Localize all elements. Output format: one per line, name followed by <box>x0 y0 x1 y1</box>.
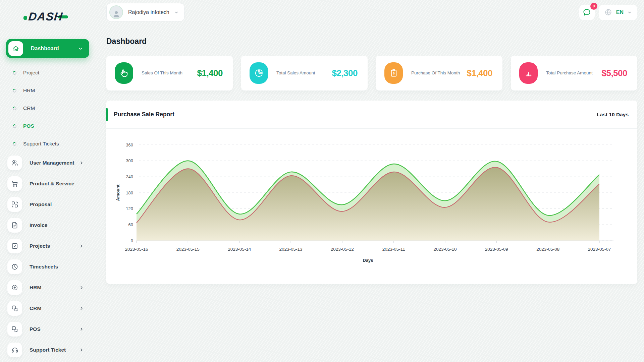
chevron-right-icon <box>79 306 84 311</box>
svg-text:60: 60 <box>128 222 133 227</box>
sidebar-item-user-management[interactable]: User Management <box>0 156 94 170</box>
sidebar-subitem-label: CRM <box>23 105 35 111</box>
dashed-circle-icon <box>7 280 22 295</box>
sidebar-item-product-service[interactable]: Product & Service <box>0 176 94 191</box>
svg-text:2023-05-07: 2023-05-07 <box>588 247 611 252</box>
ring-bullet-icon <box>12 142 17 146</box>
boxes-icon <box>7 322 22 337</box>
stat-card-label: Total Sales Amount <box>276 70 332 76</box>
sidebar-main-menu: User ManagementProduct & ServiceProposal… <box>0 156 94 362</box>
sidebar-subitem-crm[interactable]: CRM <box>0 102 94 115</box>
chart-canvas: 0601201802403003602023-05-162023-05-1520… <box>114 139 627 268</box>
sidebar-subitem-label: HRM <box>23 87 35 94</box>
language-code: EN <box>616 9 624 15</box>
sidebar-subitem-project[interactable]: Project <box>0 66 94 79</box>
svg-text:120: 120 <box>126 206 133 211</box>
svg-text:2023-05-16: 2023-05-16 <box>125 247 148 252</box>
clock-icon <box>7 259 22 274</box>
sidebar-item-pos[interactable]: POS <box>0 322 94 337</box>
sidebar-item-dashboard[interactable]: Dashboard <box>6 39 89 58</box>
stat-card-label: Total Purchase Amount <box>546 70 601 76</box>
workspace-selector[interactable]: Rajodiya infotech <box>106 3 184 21</box>
sidebar-item-hrm[interactable]: HRM <box>0 280 94 295</box>
sidebar-item-label: Proposal <box>30 201 94 207</box>
sidebar-item-label: Support Ticket <box>30 347 79 353</box>
chevron-right-icon <box>79 327 84 331</box>
svg-text:0: 0 <box>131 238 133 243</box>
stat-card-purchase-of-this-month[interactable]: $Purchase Of This Month$1,400 <box>376 56 502 90</box>
svg-text:360: 360 <box>126 142 133 147</box>
workspace-avatar <box>109 5 123 19</box>
sidebar-item-timesheets[interactable]: Timesheets <box>0 259 94 274</box>
stat-card-value: $5,500 <box>601 68 627 78</box>
main-content: Rajodiya infotech 0 <box>94 0 644 362</box>
chevron-down-icon <box>174 10 179 15</box>
stat-card-label: Purchase Of This Month <box>411 70 467 76</box>
sidebar-item-support-ticket[interactable]: Support Ticket <box>0 343 94 357</box>
cart-icon <box>7 176 22 191</box>
proposal-icon <box>7 197 22 212</box>
clipboard-dollar-icon: $ <box>384 62 403 84</box>
sidebar-item-label: Dashboard <box>31 46 78 52</box>
stat-card-label: Sales Of This Month <box>142 70 197 76</box>
language-selector[interactable]: EN <box>599 5 637 20</box>
bar-chart-icon <box>519 62 538 84</box>
sidebar-item-invoice[interactable]: Invoice <box>0 218 94 233</box>
svg-text:2023-05-10: 2023-05-10 <box>433 247 457 252</box>
svg-text:180: 180 <box>126 190 133 195</box>
ring-bullet-icon <box>12 71 17 75</box>
sidebar-item-label: Invoice <box>30 222 94 228</box>
chevron-right-icon <box>79 244 84 248</box>
svg-text:2023-05-09: 2023-05-09 <box>485 247 508 252</box>
chevron-right-icon <box>79 348 84 352</box>
svg-text:240: 240 <box>126 174 133 179</box>
stat-card-value: $2,300 <box>332 68 358 78</box>
workspace-name: Rajodiya infotech <box>128 9 169 15</box>
logo-dot-icon <box>23 16 27 20</box>
stat-card-value: $1,400 <box>197 68 223 78</box>
sidebar-subitem-pos[interactable]: POS <box>0 119 94 133</box>
messages-button[interactable]: 0 <box>579 5 595 20</box>
boxes-icon <box>7 301 22 316</box>
chevron-right-icon <box>79 161 84 165</box>
sidebar-item-label: User Management <box>30 160 79 166</box>
panel-header: Purchase Sale Report Last 10 Days <box>106 101 637 129</box>
stat-card-total-sales-amount[interactable]: Total Sales Amount$2,300 <box>241 56 368 90</box>
sidebar-item-label: Timesheets <box>30 264 94 270</box>
sidebar-item-projects[interactable]: Projects <box>0 239 94 253</box>
sidebar-subitem-label: Support Tickets <box>23 141 59 147</box>
svg-text:2023-05-13: 2023-05-13 <box>279 247 302 252</box>
pie-chart-icon <box>250 62 268 84</box>
ring-bullet-icon <box>12 106 17 111</box>
topbar-actions: 0 EN <box>579 5 637 20</box>
hand-click-icon <box>115 62 133 84</box>
svg-text:$: $ <box>393 71 395 75</box>
panel-accent-bar <box>106 108 108 121</box>
messages-count-badge: 0 <box>590 3 597 10</box>
sidebar-subitem-hrm[interactable]: HRM <box>0 84 94 97</box>
sidebar-subitem-support-tickets[interactable]: Support Tickets <box>0 137 94 150</box>
home-icon <box>8 41 23 56</box>
globe-icon <box>604 8 612 16</box>
sidebar-item-label: Projects <box>30 243 79 249</box>
sidebar-item-label: Product & Service <box>30 181 94 187</box>
sidebar-item-proposal[interactable]: Proposal <box>0 197 94 212</box>
invoice-icon <box>7 218 22 233</box>
check-square-icon <box>7 239 22 253</box>
stat-cards-row: Sales Of This Month$1,400Total Sales Amo… <box>106 56 637 90</box>
sidebar-item-label: POS <box>30 326 79 332</box>
headset-icon <box>7 343 22 357</box>
sidebar-sub-menu: ProjectHRMCRMPOSSupport Tickets <box>0 66 94 150</box>
svg-text:2023-05-08: 2023-05-08 <box>536 247 559 252</box>
svg-text:2023-05-15: 2023-05-15 <box>176 247 200 252</box>
app-logo[interactable]: DASH <box>23 9 94 23</box>
sidebar-item-label: HRM <box>30 285 79 291</box>
stat-card-total-purchase-amount[interactable]: Total Purchase Amount$5,500 <box>511 56 637 90</box>
topbar: Rajodiya infotech 0 <box>106 3 637 21</box>
svg-text:2023-05-12: 2023-05-12 <box>331 247 354 252</box>
stat-card-sales-of-this-month[interactable]: Sales Of This Month$1,400 <box>106 56 233 90</box>
sidebar-item-label: CRM <box>30 305 79 311</box>
panel-title: Purchase Sale Report <box>114 111 174 118</box>
svg-text:2023-05-14: 2023-05-14 <box>228 247 251 252</box>
sidebar-item-crm[interactable]: CRM <box>0 301 94 316</box>
